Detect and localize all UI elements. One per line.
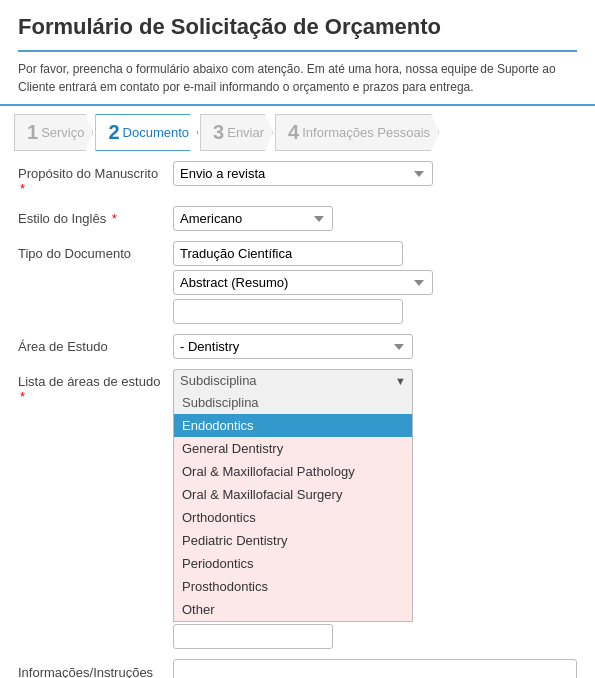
instrucoes-row: Informações/Instruções para o tradutor (… [18, 659, 577, 678]
lista-areas-required: * [20, 389, 25, 404]
subdisciplina-options-list: Subdisciplina Endodontics General Dentis… [173, 391, 413, 622]
proposito-control: Envio a revista Outro [173, 161, 577, 186]
header: Formulário de Solicitação de Orçamento P… [0, 0, 595, 106]
subdisciplina-dropdown-wrap: Subdisciplina ▼ Subdisciplina Endodontic… [173, 369, 577, 622]
subdisciplina-opt-oral-path[interactable]: Oral & Maxillofacial Pathology [174, 460, 412, 483]
proposito-row: Propósito do Manuscrito * Envio a revist… [18, 161, 577, 196]
proposito-select[interactable]: Envio a revista Outro [173, 161, 433, 186]
subdisciplina-opt-other[interactable]: Other [174, 598, 412, 621]
area-estudo-row: Área de Estudo - Dentistry - Medicine - … [18, 334, 577, 359]
subdisciplina-opt-pediatric[interactable]: Pediatric Dentistry [174, 529, 412, 552]
proposito-label: Propósito do Manuscrito * [18, 161, 173, 196]
instrucoes-label: Informações/Instruções para o tradutor (… [18, 659, 173, 678]
lista-areas-control: Subdisciplina ▼ Subdisciplina Endodontic… [173, 369, 577, 649]
tipo-doc-row: Tipo do Documento Abstract (Resumo) Arti… [18, 241, 577, 324]
tipo-doc-input[interactable] [173, 241, 403, 266]
subdisciplina-opt-general-dentistry[interactable]: General Dentistry [174, 437, 412, 460]
subdisciplina-extra-input[interactable] [173, 624, 333, 649]
estilo-select[interactable]: Americano Britânico [173, 206, 333, 231]
subdisciplina-select-bar[interactable]: Subdisciplina ▼ [173, 369, 413, 391]
tipo-doc-control: Abstract (Resumo) Artigo Completo Outro [173, 241, 577, 324]
tab-info-label: Informações Pessoais [302, 125, 430, 140]
page-title: Formulário de Solicitação de Orçamento [18, 14, 577, 40]
lista-areas-label: Lista de áreas de estudo * [18, 369, 173, 404]
tab-enviar[interactable]: 3 Enviar [200, 114, 273, 151]
subdisciplina-opt-oral-surg[interactable]: Oral & Maxillofacial Surgery [174, 483, 412, 506]
page-container: Formulário de Solicitação de Orçamento P… [0, 0, 595, 678]
tab-documento-label: Documento [123, 125, 189, 140]
area-estudo-label: Área de Estudo [18, 334, 173, 354]
tab-servico-num: 1 [27, 121, 38, 144]
tipo-doc-extra-input[interactable] [173, 299, 403, 324]
tipo-doc-label: Tipo do Documento [18, 241, 173, 261]
tab-enviar-label: Enviar [227, 125, 264, 140]
estilo-row: Estilo do Inglês * Americano Britânico [18, 206, 577, 231]
estilo-required: * [112, 211, 117, 226]
subdisciplina-opt-periodontics[interactable]: Periodontics [174, 552, 412, 575]
subdisciplina-opt-header[interactable]: Subdisciplina [174, 391, 412, 414]
subdisciplina-arrow-icon: ▼ [395, 375, 406, 387]
estilo-control: Americano Britânico [173, 206, 577, 231]
tabs-bar: 1 Serviço 2 Documento 3 Enviar 4 Informa… [0, 106, 595, 151]
form-body: Propósito do Manuscrito * Envio a revist… [0, 151, 595, 678]
tab-info-num: 4 [288, 121, 299, 144]
tab-documento[interactable]: 2 Documento [95, 114, 198, 151]
subdisciplina-opt-prosthodontics[interactable]: Prosthodontics [174, 575, 412, 598]
area-estudo-select[interactable]: - Dentistry - Medicine - Biology [173, 334, 413, 359]
tab-enviar-num: 3 [213, 121, 224, 144]
tab-servico-label: Serviço [41, 125, 84, 140]
instrucoes-textarea[interactable] [173, 659, 577, 678]
subdisciplina-selected-label: Subdisciplina [180, 373, 395, 388]
tipo-doc-select[interactable]: Abstract (Resumo) Artigo Completo Outro [173, 270, 433, 295]
area-estudo-control: - Dentistry - Medicine - Biology [173, 334, 577, 359]
lista-areas-row: Lista de áreas de estudo * Subdisciplina… [18, 369, 577, 649]
instrucoes-control [173, 659, 577, 678]
tab-documento-num: 2 [108, 121, 119, 144]
estilo-label: Estilo do Inglês * [18, 206, 173, 226]
tab-info-pessoais[interactable]: 4 Informações Pessoais [275, 114, 439, 151]
subdisciplina-extra-input-wrap [173, 624, 577, 649]
page-description: Por favor, preencha o formulário abaixo … [18, 60, 577, 96]
subdisciplina-opt-orthodontics[interactable]: Orthodontics [174, 506, 412, 529]
tab-servico[interactable]: 1 Serviço [14, 114, 93, 151]
subdisciplina-opt-endodontics[interactable]: Endodontics [174, 414, 412, 437]
proposito-required: * [20, 181, 25, 196]
